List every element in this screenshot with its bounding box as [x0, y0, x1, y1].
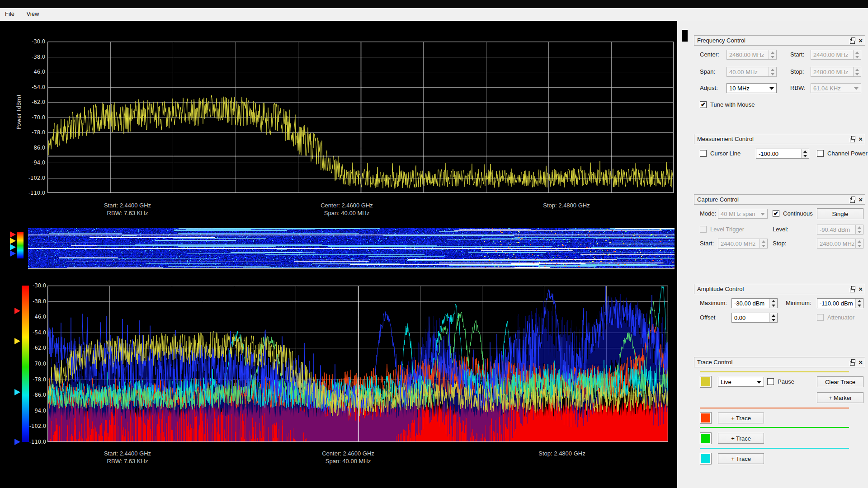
- mode-value: 40 MHz span: [721, 211, 755, 217]
- cursor-line-checkbox[interactable]: [700, 150, 707, 157]
- level-spinbox: -90.48 dBm: [817, 225, 863, 235]
- level-value: -90.48 dBm: [820, 226, 850, 233]
- capture-start-spin-arrows: [760, 239, 767, 248]
- y-tick-label: -78.0: [18, 129, 45, 136]
- spectrum-rbw-label: RBW: 7.63 KHz: [78, 210, 177, 216]
- float-panel-icon[interactable]: [850, 39, 855, 44]
- close-panel-icon[interactable]: ×: [859, 197, 863, 202]
- scale-marker-icon[interactable]: [10, 231, 16, 238]
- capture-start-spinbox: 2440.00 MHz: [718, 239, 768, 249]
- y-tick-label: -102.0: [19, 423, 46, 429]
- span-value: 40.00 MHz: [729, 69, 758, 75]
- measurement-control-header[interactable]: Measurement Control ×: [694, 134, 865, 144]
- trace-color-swatch-green[interactable]: [700, 432, 712, 444]
- capture-control-panel: Capture Control × Mode: 40 MHz span ✔ Co…: [694, 194, 866, 258]
- menu-file[interactable]: File: [0, 8, 19, 21]
- float-panel-icon[interactable]: [850, 361, 855, 366]
- trace-control-title: Trace Control: [697, 359, 732, 366]
- add-marker-button[interactable]: + Marker: [817, 392, 863, 403]
- maximum-spinbox[interactable]: -30.00 dBm: [731, 298, 778, 308]
- channel-power-checkbox[interactable]: [817, 150, 824, 157]
- capture-control-header[interactable]: Capture Control ×: [694, 194, 865, 205]
- frequency-control-panel: Frequency Control × Center: 2460.00 MHz …: [694, 35, 866, 121]
- persistence-canvas[interactable]: [47, 286, 668, 442]
- start-spinbox: 2440.00 MHz: [811, 50, 861, 60]
- scale-marker-icon[interactable]: [14, 338, 20, 344]
- rbw-label: RBW:: [790, 84, 806, 91]
- spectrum-canvas[interactable]: [47, 42, 674, 193]
- y-tick-label: -62.0: [19, 345, 46, 351]
- add-trace-button-green[interactable]: + Trace: [718, 433, 764, 444]
- scale-marker-icon[interactable]: [10, 238, 16, 244]
- start-label: Start:: [790, 51, 804, 58]
- rbw-value: 61.04 KHz: [813, 85, 841, 92]
- adjust-combobox[interactable]: 10 MHz: [726, 83, 777, 93]
- add-trace-button-orange[interactable]: + Trace: [718, 413, 764, 423]
- menu-view[interactable]: View: [21, 8, 44, 21]
- close-panel-icon[interactable]: ×: [859, 136, 863, 142]
- capture-stop-spin-arrows: [855, 239, 863, 248]
- adjust-label: Adjust:: [700, 84, 718, 91]
- minimum-spinbox[interactable]: -110.00 dBm: [817, 298, 863, 308]
- amplitude-control-title: Amplitude Control: [697, 286, 744, 292]
- center-label: Center:: [700, 51, 719, 58]
- stop-spinbox: 2480.00 MHz: [811, 67, 861, 77]
- persistence-stop-label: Stop: 2.4800 GHz: [512, 450, 612, 457]
- trace-control-header[interactable]: Trace Control ×: [694, 357, 865, 367]
- close-panel-icon[interactable]: ×: [859, 38, 863, 43]
- scale-marker-icon[interactable]: [14, 308, 20, 314]
- start-spin-arrows: [853, 50, 861, 59]
- cursor-level-spinbox[interactable]: -100.00: [756, 149, 809, 159]
- close-panel-icon[interactable]: ×: [859, 360, 863, 365]
- center-spinbox: 2460.00 MHz: [726, 50, 777, 60]
- cursor-spin-arrows[interactable]: [801, 149, 809, 158]
- clear-trace-button[interactable]: Clear Trace: [817, 376, 863, 387]
- y-tick-label: -54.0: [19, 329, 46, 336]
- single-capture-button[interactable]: Single: [817, 208, 863, 219]
- persistence-start-label: Start: 2.4400 GHz: [78, 450, 177, 457]
- spectrum-plot-panel: Power (dBm) -30.0-38.0-46.0-54.0-62.0-70…: [0, 21, 677, 488]
- stop-label: Stop:: [790, 68, 804, 75]
- cursor-level-value: -100.00: [759, 150, 778, 157]
- add-trace-button-cyan[interactable]: + Trace: [718, 453, 764, 464]
- amplitude-control-header[interactable]: Amplitude Control ×: [694, 284, 865, 294]
- close-panel-icon[interactable]: ×: [859, 286, 863, 292]
- offset-spin-arrows[interactable]: [769, 313, 777, 322]
- mode-dropdown-arrow: [760, 213, 765, 216]
- span-spinbox: 40.00 MHz: [726, 67, 777, 77]
- trace-type-combobox[interactable]: Live: [718, 377, 764, 387]
- frequency-control-header[interactable]: Frequency Control ×: [694, 35, 865, 46]
- capture-stop-spinbox: 2480.00 MHz: [817, 239, 863, 249]
- y-tick-label: -46.0: [18, 69, 45, 75]
- scale-marker-icon[interactable]: [10, 244, 16, 250]
- minimum-spin-arrows[interactable]: [855, 299, 863, 308]
- continuous-checkbox[interactable]: ✔: [773, 210, 779, 217]
- level-trigger-checkbox: [700, 226, 707, 233]
- float-panel-icon[interactable]: [850, 138, 855, 142]
- trace-color-swatch-cyan[interactable]: [700, 453, 712, 465]
- maximum-value: -30.00 dBm: [734, 300, 764, 307]
- pause-checkbox[interactable]: [767, 378, 774, 385]
- float-panel-icon[interactable]: [850, 288, 855, 292]
- trace-color-swatch-yellow[interactable]: [700, 376, 712, 388]
- offset-label: Offset: [700, 314, 715, 321]
- y-tick-label: -38.0: [19, 298, 46, 305]
- maximum-spin-arrows[interactable]: [769, 299, 777, 308]
- adjust-dropdown-arrow: [769, 87, 774, 90]
- offset-spinbox[interactable]: 0.00: [731, 313, 778, 323]
- scale-marker-icon[interactable]: [10, 250, 16, 257]
- trace-separator-cyan: [700, 448, 849, 449]
- dock-area-handle[interactable]: [682, 30, 688, 42]
- trace-color-swatch-orange[interactable]: [700, 412, 712, 424]
- float-panel-icon[interactable]: [850, 198, 855, 203]
- y-tick-label: -110.0: [19, 439, 46, 445]
- continuous-label: Continuous: [783, 210, 813, 217]
- y-tick-label: -94.0: [19, 408, 46, 414]
- y-tick-label: -94.0: [18, 160, 45, 166]
- y-tick-label: -30.0: [19, 282, 46, 289]
- offset-value: 0.00: [734, 314, 745, 321]
- y-tick-label: -38.0: [18, 54, 45, 60]
- y-tick-label: -30.0: [18, 38, 45, 45]
- tune-with-mouse-checkbox[interactable]: ✔: [700, 101, 707, 108]
- y-tick-label: -54.0: [18, 84, 45, 90]
